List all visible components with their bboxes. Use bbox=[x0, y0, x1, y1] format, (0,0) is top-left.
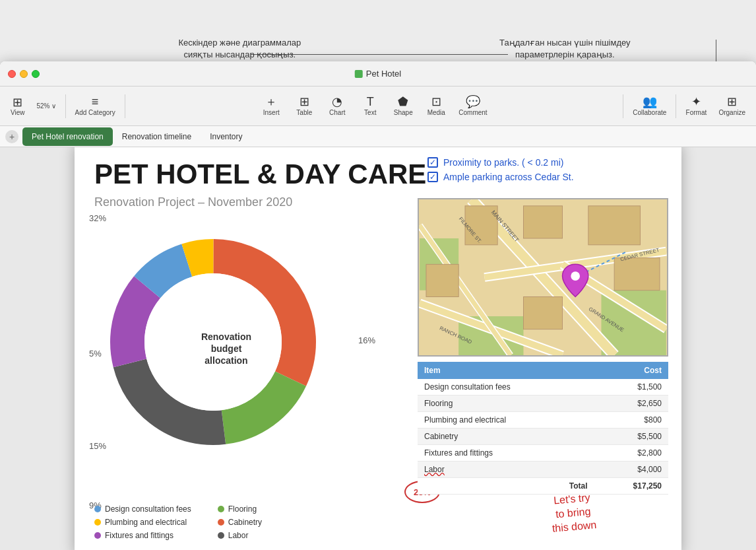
checkmark-1: ✓ bbox=[429, 158, 436, 167]
table-total-label: Total bbox=[418, 478, 594, 495]
map-container[interactable]: FILMORE ST. MAIN STREET CEDAR STREET GRA… bbox=[418, 198, 668, 357]
table-row: Labor $4,000 bbox=[418, 462, 668, 478]
checkbox-1[interactable]: ✓ bbox=[427, 157, 438, 168]
table-cell-cost: $4,000 bbox=[594, 462, 669, 478]
check-item-2: ✓ Ample parking across Cedar St. bbox=[427, 172, 665, 182]
toolbar-sep-1 bbox=[65, 94, 66, 118]
toolbar-sep-2 bbox=[125, 94, 125, 118]
view-icon: ⊞ bbox=[13, 96, 22, 108]
minimize-button[interactable] bbox=[20, 70, 28, 78]
traffic-lights bbox=[8, 70, 40, 78]
zoom-button[interactable]: 52%∨ bbox=[32, 100, 61, 112]
table-cell-item: Fixtures and fittings bbox=[418, 445, 594, 462]
donut-chart[interactable]: Renovation budget allocation bbox=[88, 217, 365, 481]
legend: Design consultation fees Flooring Plumbi… bbox=[94, 504, 315, 540]
legend-item-cabinetry: Cabinetry bbox=[218, 518, 315, 527]
legend-dot-plumbing bbox=[94, 519, 101, 526]
tab-renovation-timeline[interactable]: Renovation timeline bbox=[113, 127, 201, 146]
legend-item-flooring: Flooring bbox=[218, 504, 315, 514]
shape-button[interactable]: ⬟ Shape bbox=[387, 93, 419, 119]
table-cell-item: Design consultation fees bbox=[418, 379, 594, 395]
list-icon: ≡ bbox=[92, 96, 99, 108]
table-total-value: $17,250 bbox=[594, 478, 669, 495]
comment-button[interactable]: 💬 Comment bbox=[453, 93, 492, 119]
insert-button[interactable]: ＋ Insert bbox=[255, 93, 287, 119]
table-total-row: Total $17,250 bbox=[418, 478, 668, 495]
data-table: Item Cost Design consultation fees $1,50… bbox=[418, 362, 668, 495]
format-button[interactable]: ✦ Format bbox=[680, 93, 712, 119]
media-button[interactable]: ⊡ Media bbox=[420, 93, 452, 119]
legend-item-plumbing: Plumbing and electrical bbox=[94, 518, 191, 527]
window-title: Pet Hotel bbox=[355, 69, 401, 79]
svg-rect-17 bbox=[588, 206, 641, 245]
annotation-area: Кескіндер және диаграммаларсияқты нысанд… bbox=[0, 0, 756, 66]
legend-item-labor: Labor bbox=[218, 531, 315, 540]
close-button[interactable] bbox=[8, 70, 16, 78]
table-row: Plumbing and electrical $800 bbox=[418, 412, 668, 429]
slide-subtitle: Renovation Project – November 2020 bbox=[94, 195, 292, 209]
add-category-button[interactable]: ≡ Add Category bbox=[70, 93, 121, 119]
annotation-right: Таңдалған нысан үшін пішімдеупараметрлер… bbox=[499, 37, 631, 61]
svg-rect-18 bbox=[614, 258, 660, 291]
organize-button[interactable]: ⊞ Organize bbox=[713, 93, 751, 119]
slide-area[interactable]: PET HOTEL & DAY CARE Renovation Project … bbox=[0, 147, 756, 550]
slide-title: PET HOTEL & DAY CARE bbox=[94, 158, 426, 190]
collaborate-button[interactable]: 👥 Collaborate bbox=[627, 93, 672, 119]
table-row: Cabinetry $5,500 bbox=[418, 429, 668, 445]
main-window: Pet Hotel ⊞ View 52%∨ ≡ Add Category ＋ I… bbox=[0, 61, 756, 550]
toolbar-right: 👥 Collaborate ✦ Format ⊞ Organize bbox=[627, 93, 751, 119]
table-row: Flooring $2,650 bbox=[418, 395, 668, 412]
text-button[interactable]: T Text bbox=[354, 93, 386, 119]
table-row: Design consultation fees $1,500 bbox=[418, 379, 668, 395]
svg-rect-16 bbox=[524, 206, 563, 238]
table-header-cost: Cost bbox=[594, 362, 669, 379]
text-icon: T bbox=[367, 96, 374, 108]
toolbar-sep-4 bbox=[676, 94, 676, 118]
table-cell-item-labor: Labor bbox=[418, 462, 594, 478]
slide[interactable]: PET HOTEL & DAY CARE Renovation Project … bbox=[75, 147, 681, 550]
table-header-item: Item bbox=[418, 362, 594, 379]
table-row: Fixtures and fittings $2,800 bbox=[418, 445, 668, 462]
table-cell-cost: $2,650 bbox=[594, 395, 669, 412]
chart-icon: ◔ bbox=[332, 96, 342, 108]
svg-rect-14 bbox=[426, 264, 458, 296]
comment-icon: 💬 bbox=[466, 96, 480, 108]
table-cell-item: Flooring bbox=[418, 395, 594, 412]
map-svg: FILMORE ST. MAIN STREET CEDAR STREET GRA… bbox=[419, 199, 667, 355]
checkbox-2[interactable]: ✓ bbox=[427, 172, 438, 182]
tabbar: + Pet Hotel renovation Renovation timeli… bbox=[0, 126, 756, 147]
zoom-button[interactable] bbox=[32, 70, 40, 78]
add-tab-button[interactable]: + bbox=[5, 130, 18, 143]
toolbar: ⊞ View 52%∨ ≡ Add Category ＋ Insert ⊞ Ta… bbox=[0, 86, 756, 126]
legend-dot-labor bbox=[218, 532, 224, 539]
legend-dot-cabinetry bbox=[218, 519, 224, 526]
table-cell-cost: $800 bbox=[594, 412, 669, 429]
tab-inventory[interactable]: Inventory bbox=[201, 127, 251, 146]
table-cell-cost: $1,500 bbox=[594, 379, 669, 395]
organize-icon: ⊞ bbox=[727, 96, 737, 108]
annotation-line-h bbox=[251, 54, 508, 55]
legend-item-fixtures: Fixtures and fittings bbox=[94, 531, 191, 540]
table-button[interactable]: ⊞ Table bbox=[288, 93, 320, 119]
app-icon bbox=[355, 70, 363, 78]
chart-button[interactable]: ◔ Chart bbox=[321, 93, 353, 119]
legend-dot-flooring bbox=[218, 506, 224, 512]
titlebar: Pet Hotel bbox=[0, 61, 756, 86]
view-button[interactable]: ⊞ View bbox=[5, 94, 30, 119]
media-icon: ⊡ bbox=[431, 96, 441, 108]
handwritten-annotation: Let's tryto bringthis down bbox=[550, 491, 598, 535]
toolbar-sep-3 bbox=[623, 94, 623, 118]
tab-pet-hotel-renovation[interactable]: Pet Hotel renovation bbox=[22, 127, 113, 146]
main-content: PET HOTEL & DAY CARE Renovation Project … bbox=[0, 147, 756, 550]
slide-right: ✓ Proximity to parks. ( < 0.2 mi) ✓ Ampl… bbox=[418, 151, 675, 495]
toolbar-center: ＋ Insert ⊞ Table ◔ Chart T Text ⬟ Shape … bbox=[129, 93, 619, 119]
table-cell-cost: $5,500 bbox=[594, 429, 669, 445]
collaborate-icon: 👥 bbox=[643, 96, 657, 108]
annotation-left: Кескіндер және диаграммаларсияқты нысанд… bbox=[178, 37, 301, 61]
legend-dot-design bbox=[94, 506, 101, 512]
table-cell-item: Plumbing and electrical bbox=[418, 412, 594, 429]
table-cell-item: Cabinetry bbox=[418, 429, 594, 445]
checkmark-2: ✓ bbox=[429, 172, 436, 182]
donut-center-label: Renovation budget allocation bbox=[193, 331, 259, 367]
zoom-label: 52%∨ bbox=[37, 102, 56, 110]
